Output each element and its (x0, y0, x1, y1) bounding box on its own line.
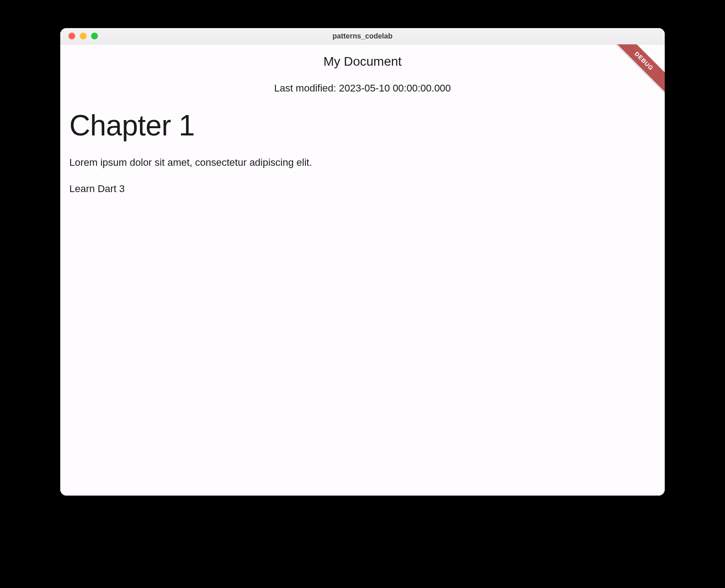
document-modified: Last modified: 2023-05-10 00:00:00.000 (60, 69, 665, 94)
close-icon[interactable] (68, 33, 75, 39)
traffic-lights (60, 33, 98, 39)
maximize-icon[interactable] (91, 33, 98, 39)
document-title: My Document (60, 44, 665, 69)
document-body: Chapter 1 Lorem ipsum dolor sit amet, co… (60, 94, 665, 195)
heading-block: Chapter 1 (69, 94, 656, 142)
checkbox-block: Learn Dart 3 (69, 169, 656, 195)
titlebar: patterns_codelab (60, 28, 665, 44)
app-content: DEBUG My Document Last modified: 2023-05… (60, 44, 665, 496)
paragraph-block: Lorem ipsum dolor sit amet, consectetur … (69, 142, 656, 169)
minimize-icon[interactable] (80, 33, 87, 39)
app-window: patterns_codelab DEBUG My Document Last … (60, 28, 665, 496)
window-title: patterns_codelab (60, 32, 665, 40)
